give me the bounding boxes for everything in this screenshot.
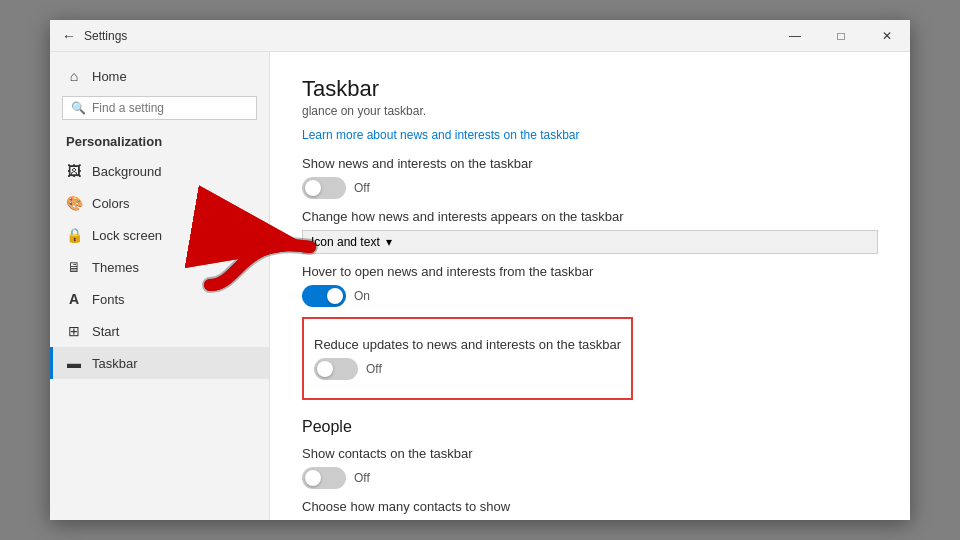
show-news-toggle-label: Off (354, 181, 370, 195)
close-button[interactable]: ✕ (864, 20, 910, 52)
sidebar-item-home[interactable]: ⌂ Home (50, 60, 269, 92)
sidebar-themes-label: Themes (92, 260, 139, 275)
reduce-updates-toggle[interactable] (314, 358, 358, 380)
learn-more-link[interactable]: Learn more about news and interests on t… (302, 128, 878, 142)
title-bar: ← Settings — □ ✕ (50, 20, 910, 52)
sidebar-item-background[interactable]: 🖼 Background (50, 155, 269, 187)
hover-open-label: Hover to open news and interests from th… (302, 264, 878, 279)
sidebar: ⌂ Home 🔍 Personalization 🖼 Background 🎨 … (50, 52, 270, 520)
fonts-icon: A (66, 291, 82, 307)
lock-icon: 🔒 (66, 227, 82, 243)
change-how-label: Change how news and interests appears on… (302, 209, 878, 224)
search-icon: 🔍 (71, 101, 86, 115)
show-news-toggle-knob (305, 180, 321, 196)
sidebar-item-colors[interactable]: 🎨 Colors (50, 187, 269, 219)
chevron-down-icon: ▾ (386, 235, 392, 249)
reduce-updates-highlight-box: Reduce updates to news and interests on … (302, 317, 633, 400)
themes-icon: 🖥 (66, 259, 82, 275)
sidebar-home-label: Home (92, 69, 127, 84)
show-news-toggle-row: Off (302, 177, 878, 199)
show-contacts-toggle[interactable] (302, 467, 346, 489)
sidebar-background-label: Background (92, 164, 161, 179)
sidebar-item-fonts[interactable]: A Fonts (50, 283, 269, 315)
window-title: Settings (84, 29, 127, 43)
sidebar-colors-label: Colors (92, 196, 130, 211)
main-content: Taskbar glance on your taskbar. Learn mo… (270, 52, 910, 520)
search-box[interactable]: 🔍 (62, 96, 257, 120)
maximize-button[interactable]: □ (818, 20, 864, 52)
page-title: Taskbar (302, 76, 878, 102)
reduce-updates-toggle-row: Off (314, 358, 621, 380)
hover-open-toggle-label: On (354, 289, 370, 303)
sidebar-taskbar-label: Taskbar (92, 356, 138, 371)
title-bar-left: ← Settings (62, 28, 127, 44)
reduce-updates-label: Reduce updates to news and interests on … (314, 337, 621, 352)
sidebar-item-start[interactable]: ⊞ Start (50, 315, 269, 347)
reduce-updates-toggle-knob (317, 361, 333, 377)
show-news-toggle[interactable] (302, 177, 346, 199)
choose-contacts-label: Choose how many contacts to show (302, 499, 878, 514)
colors-icon: 🎨 (66, 195, 82, 211)
show-contacts-label: Show contacts on the taskbar (302, 446, 878, 461)
icon-text-dropdown-value: Icon and text (311, 235, 380, 249)
sidebar-item-taskbar[interactable]: ▬ Taskbar (50, 347, 269, 379)
show-news-label: Show news and interests on the taskbar (302, 156, 878, 171)
settings-window: ← Settings — □ ✕ ⌂ Home 🔍 Personalizatio… (50, 20, 910, 520)
sidebar-item-themes[interactable]: 🖥 Themes (50, 251, 269, 283)
minimize-button[interactable]: — (772, 20, 818, 52)
content-area: ⌂ Home 🔍 Personalization 🖼 Background 🎨 … (50, 52, 910, 520)
show-contacts-toggle-knob (305, 470, 321, 486)
icon-text-dropdown[interactable]: Icon and text ▾ (302, 230, 878, 254)
hover-open-toggle-knob (327, 288, 343, 304)
show-contacts-toggle-row: Off (302, 467, 878, 489)
home-icon: ⌂ (66, 68, 82, 84)
taskbar-icon: ▬ (66, 355, 82, 371)
sidebar-item-lock-screen[interactable]: 🔒 Lock screen (50, 219, 269, 251)
sidebar-lock-label: Lock screen (92, 228, 162, 243)
start-icon: ⊞ (66, 323, 82, 339)
back-button[interactable]: ← (62, 28, 76, 44)
hover-open-toggle[interactable] (302, 285, 346, 307)
people-section-title: People (302, 418, 878, 436)
personalization-header: Personalization (50, 128, 269, 155)
reduce-updates-toggle-label: Off (366, 362, 382, 376)
window-controls: — □ ✕ (772, 20, 910, 52)
background-icon: 🖼 (66, 163, 82, 179)
sidebar-start-label: Start (92, 324, 119, 339)
sidebar-fonts-label: Fonts (92, 292, 125, 307)
show-contacts-toggle-label: Off (354, 471, 370, 485)
search-input[interactable] (92, 101, 248, 115)
page-subtitle: glance on your taskbar. (302, 104, 878, 118)
hover-open-toggle-row: On (302, 285, 878, 307)
